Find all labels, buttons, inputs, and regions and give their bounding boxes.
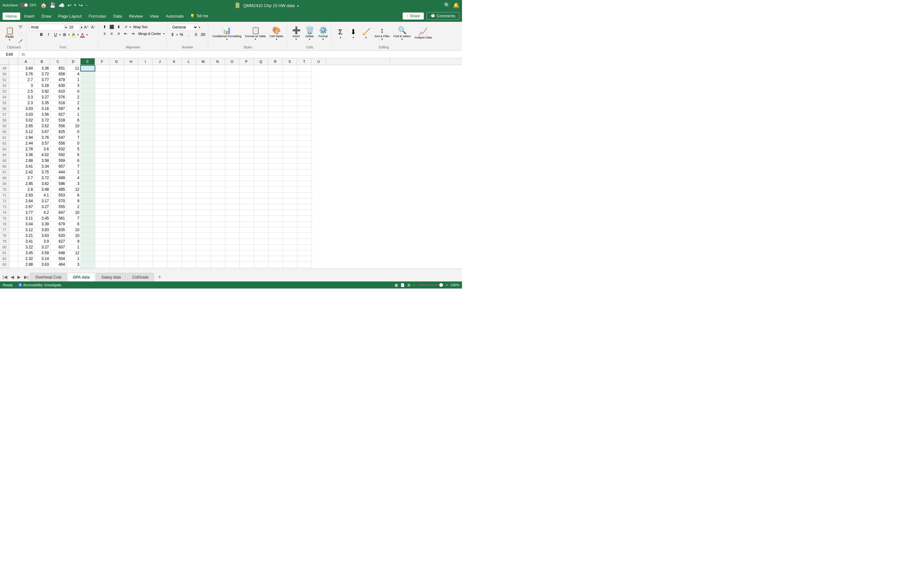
cell-e[interactable] xyxy=(81,250,95,256)
cell-e[interactable] xyxy=(81,221,95,227)
empty-cell[interactable] xyxy=(9,94,18,100)
decrease-decimal-button[interactable]: .00 xyxy=(200,31,206,38)
align-left-button[interactable]: ≡ xyxy=(102,31,108,37)
cell-e[interactable] xyxy=(81,100,95,106)
cell-l[interactable] xyxy=(182,187,196,192)
row-number[interactable]: 49 xyxy=(0,65,9,71)
cell-j[interactable] xyxy=(153,146,167,152)
cell-d[interactable]: 3 xyxy=(66,181,81,187)
cell-g[interactable] xyxy=(110,106,124,111)
cell-i[interactable] xyxy=(138,117,153,123)
row-number[interactable]: 83 xyxy=(0,261,9,268)
cell-d[interactable]: 1 xyxy=(66,256,81,261)
cell-i[interactable] xyxy=(138,233,153,239)
cell-k[interactable] xyxy=(167,244,182,250)
cell-m[interactable] xyxy=(196,261,210,268)
cell-s[interactable] xyxy=(283,106,297,111)
cell-i[interactable] xyxy=(138,77,153,83)
cell-e[interactable] xyxy=(81,123,95,129)
cell-a[interactable]: 2.93 xyxy=(18,192,34,198)
cell-c[interactable]: 576 xyxy=(50,94,66,100)
cell-f[interactable] xyxy=(95,71,110,77)
cell-s[interactable] xyxy=(283,129,297,135)
cell-c[interactable]: 479 xyxy=(50,77,66,83)
cell-m[interactable] xyxy=(196,94,210,100)
cell-a[interactable]: 2.65 xyxy=(18,123,34,129)
cell-b[interactable]: 3.6 xyxy=(34,146,50,152)
cell-g[interactable] xyxy=(110,250,124,256)
cell-r[interactable] xyxy=(268,71,283,77)
cell-c[interactable]: 504 xyxy=(50,256,66,261)
cell-a[interactable]: 3.45 xyxy=(18,250,34,256)
cell-i[interactable] xyxy=(138,250,153,256)
cell-c[interactable]: 610 xyxy=(50,89,66,94)
row-number[interactable]: 56 xyxy=(0,106,9,111)
empty-cell[interactable] xyxy=(9,77,18,83)
cell-q[interactable] xyxy=(254,111,268,117)
cell-i[interactable] xyxy=(138,221,153,227)
cell-g[interactable] xyxy=(110,140,124,146)
cell-i[interactable] xyxy=(138,192,153,198)
cell-n[interactable] xyxy=(210,187,225,192)
cell-t[interactable] xyxy=(297,227,312,233)
cell-i[interactable] xyxy=(138,261,153,268)
cell-t[interactable] xyxy=(297,250,312,256)
row-number[interactable]: 81 xyxy=(0,250,9,256)
cell-b[interactable]: 3.27 xyxy=(34,244,50,250)
home-icon[interactable]: 🏠 xyxy=(40,2,47,8)
cell-m[interactable] xyxy=(196,181,210,187)
cell-i[interactable] xyxy=(138,210,153,215)
cell-h[interactable] xyxy=(124,175,138,181)
cell-q[interactable] xyxy=(254,198,268,204)
cell-m[interactable] xyxy=(196,221,210,227)
cell-c[interactable]: 635 xyxy=(50,227,66,233)
cell-q[interactable] xyxy=(254,268,268,269)
cell-m[interactable] xyxy=(196,198,210,204)
cell-e[interactable] xyxy=(81,169,95,175)
cell-h[interactable] xyxy=(124,111,138,117)
cell-p[interactable] xyxy=(239,135,254,140)
cell-k[interactable] xyxy=(167,117,182,123)
format-as-table-button[interactable]: 📋 Format as Table ▾ xyxy=(244,24,267,43)
cell-f[interactable] xyxy=(95,233,110,239)
cell-r[interactable] xyxy=(268,192,283,198)
cell-p[interactable] xyxy=(239,181,254,187)
cell-c[interactable]: 556 xyxy=(50,123,66,129)
cell-f[interactable] xyxy=(95,152,110,158)
cell-b[interactable]: 3.14 xyxy=(34,256,50,261)
cell-q[interactable] xyxy=(254,227,268,233)
cell-p[interactable] xyxy=(239,106,254,111)
cell-s[interactable] xyxy=(283,89,297,94)
cell-q[interactable] xyxy=(254,233,268,239)
cell-q[interactable] xyxy=(254,117,268,123)
cell-h[interactable] xyxy=(124,233,138,239)
cell-p[interactable] xyxy=(239,227,254,233)
cell-o[interactable] xyxy=(225,244,239,250)
cell-r[interactable] xyxy=(268,100,283,106)
copy-button[interactable]: 📄 xyxy=(17,31,24,37)
number-format-select[interactable]: General xyxy=(170,24,198,31)
col-header-t[interactable]: T xyxy=(297,58,312,65)
cell-p[interactable] xyxy=(239,261,254,268)
cell-p[interactable] xyxy=(239,192,254,198)
cell-r[interactable] xyxy=(268,146,283,152)
cell-m[interactable] xyxy=(196,210,210,215)
row-number[interactable]: 51 xyxy=(0,77,9,83)
more-btn[interactable]: ··· xyxy=(86,3,89,7)
cell-r[interactable] xyxy=(268,175,283,181)
cell-t[interactable] xyxy=(297,89,312,94)
cell-s[interactable] xyxy=(283,227,297,233)
cell-e[interactable] xyxy=(81,244,95,250)
cell-s[interactable] xyxy=(283,117,297,123)
cell-b[interactable]: 4.2 xyxy=(34,210,50,215)
cell-a[interactable]: 3.21 xyxy=(18,233,34,239)
cell-o[interactable] xyxy=(225,140,239,146)
cell-r[interactable] xyxy=(268,163,283,169)
cell-q[interactable] xyxy=(254,135,268,140)
cell-j[interactable] xyxy=(153,111,167,117)
empty-cell[interactable] xyxy=(9,163,18,169)
cell-p[interactable] xyxy=(239,215,254,221)
cell-r[interactable] xyxy=(268,65,283,71)
cell-r[interactable] xyxy=(268,106,283,111)
cell-s[interactable] xyxy=(283,261,297,268)
